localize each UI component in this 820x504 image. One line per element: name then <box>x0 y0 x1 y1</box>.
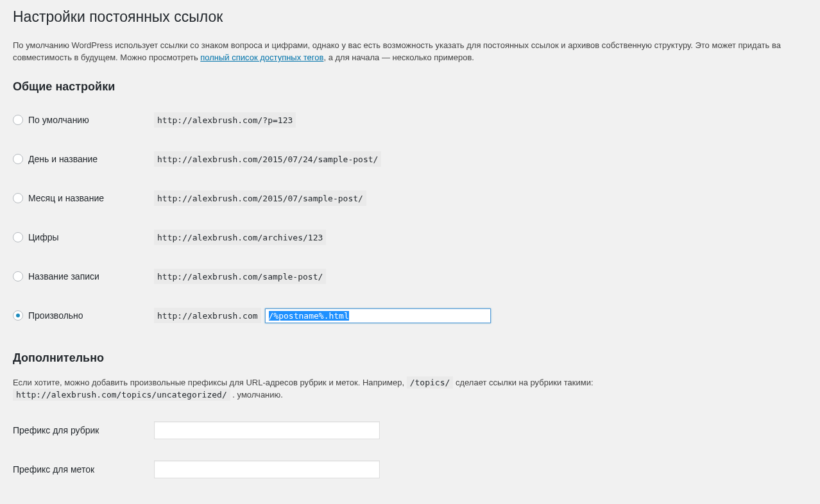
optional-code-1: /topics/ <box>407 376 454 389</box>
radio-postname[interactable] <box>13 271 23 281</box>
option-row-numeric: Цифры http://alexbrush.com/archives/123 <box>13 218 807 257</box>
available-tags-link[interactable]: полный список доступных тегов <box>200 53 323 62</box>
option-text-custom: Произвольно <box>28 309 83 323</box>
option-text-day-name: День и название <box>28 153 98 166</box>
example-postname: http://alexbrush.com/sample-post/ <box>154 269 326 285</box>
optional-intro-1: Если хотите, можно добавить произвольные… <box>13 378 407 387</box>
example-month-name: http://alexbrush.com/2015/07/sample-post… <box>154 190 366 206</box>
category-base-label: Префикс для рубрик <box>13 411 148 450</box>
example-numeric: http://alexbrush.com/archives/123 <box>154 230 326 246</box>
page-title: Настройки постоянных ссылок <box>13 0 807 31</box>
tag-base-label: Префикс для меток <box>13 450 148 489</box>
optional-intro: Если хотите, можно добавить произвольные… <box>13 376 807 401</box>
tag-base-row: Префикс для меток <box>13 450 807 489</box>
submit-row: Сохранить изменения <box>13 502 807 505</box>
option-text-postname: Название записи <box>28 270 99 283</box>
permalink-structure-table: По умолчанию http://alexbrush.com/?p=123… <box>13 101 807 335</box>
option-row-day-name: День и название http://alexbrush.com/201… <box>13 140 807 179</box>
custom-prefix: http://alexbrush.com <box>154 308 261 324</box>
option-row-custom: Произвольно http://alexbrush.com <box>13 296 807 335</box>
category-base-input[interactable] <box>154 421 380 439</box>
example-default: http://alexbrush.com/?p=123 <box>154 112 296 128</box>
radio-day-name[interactable] <box>13 154 23 164</box>
option-label-default[interactable]: По умолчанию <box>13 113 141 127</box>
option-text-numeric: Цифры <box>28 231 59 244</box>
option-label-postname[interactable]: Название записи <box>13 270 141 283</box>
tag-base-input[interactable] <box>154 460 380 478</box>
optional-intro-2: сделает ссылки на рубрики такими: <box>453 378 593 387</box>
optional-code-2: http://alexbrush.com/topics/uncategorize… <box>13 389 230 401</box>
intro-text-suffix: , а для начала — несколько примеров. <box>323 53 474 62</box>
option-row-month-name: Месяц и название http://alexbrush.com/20… <box>13 179 807 218</box>
radio-custom[interactable] <box>13 310 23 321</box>
option-label-custom[interactable]: Произвольно <box>13 309 141 323</box>
custom-structure-input[interactable] <box>265 308 491 323</box>
optional-heading: Дополнительно <box>13 349 807 367</box>
intro-paragraph: По умолчанию WordPress использует ссылки… <box>13 39 807 64</box>
optional-table: Префикс для рубрик Префикс для меток <box>13 411 807 489</box>
option-row-default: По умолчанию http://alexbrush.com/?p=123 <box>13 101 807 140</box>
option-text-default: По умолчанию <box>28 113 89 127</box>
radio-numeric[interactable] <box>13 232 23 242</box>
radio-month-name[interactable] <box>13 193 23 203</box>
option-label-numeric[interactable]: Цифры <box>13 231 141 244</box>
radio-default[interactable] <box>13 115 23 125</box>
option-label-month-name[interactable]: Месяц и название <box>13 192 141 205</box>
option-label-day-name[interactable]: День и название <box>13 153 141 166</box>
category-base-row: Префикс для рубрик <box>13 411 807 450</box>
example-day-name: http://alexbrush.com/2015/07/24/sample-p… <box>154 151 381 167</box>
common-settings-heading: Общие настройки <box>13 78 807 96</box>
option-text-month-name: Месяц и название <box>28 192 104 205</box>
option-row-postname: Название записи http://alexbrush.com/sam… <box>13 257 807 296</box>
optional-intro-3: . умолчанию. <box>230 390 283 399</box>
